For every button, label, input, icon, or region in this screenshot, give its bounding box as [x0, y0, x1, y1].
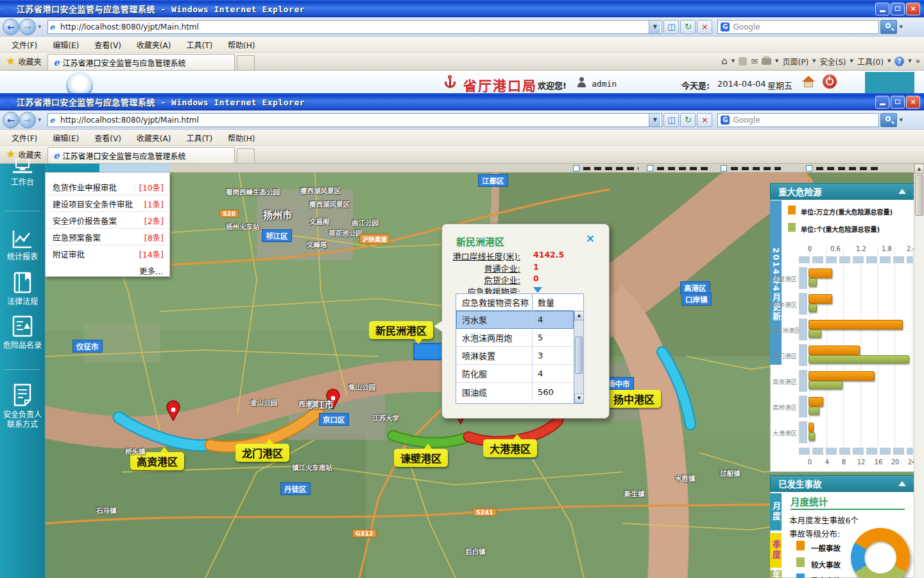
sidebar-item-dangerous-goods[interactable]: 危险品名录	[0, 315, 45, 351]
new-tab-stub[interactable]	[237, 148, 255, 163]
menu-help[interactable]: 帮助(H)	[220, 130, 262, 145]
collapse-icon[interactable]	[898, 189, 906, 194]
search-dropdown-icon[interactable]: ▼	[899, 118, 902, 123]
scroll-thumb[interactable]	[915, 175, 923, 216]
refresh-button[interactable]: ↻	[680, 20, 696, 34]
collapse-icon[interactable]	[898, 481, 906, 486]
menu-view[interactable]: 查看(V)	[87, 37, 129, 52]
table-row[interactable]: 污水泵4	[456, 311, 574, 329]
scroll-thumb[interactable]	[575, 337, 583, 374]
tab-yearly[interactable]: 年度	[770, 570, 782, 578]
stop-button[interactable]: ×	[697, 20, 712, 34]
refresh-button[interactable]: ↻	[680, 113, 696, 127]
hazard-bar-capacity[interactable]	[809, 397, 823, 407]
sidebar-item-safety-contacts[interactable]: 安全负责人 联系方式	[0, 383, 45, 430]
inner-titlebar[interactable]: e 江苏省港口安全监管与应急管理系统 - Windows Internet Ex…	[0, 93, 924, 110]
hazard-bar-capacity[interactable]	[809, 371, 875, 381]
hazard-panel-header[interactable]: 重大危险源	[770, 183, 914, 200]
maximize-button[interactable]	[891, 3, 905, 15]
table-row[interactable]: 水泡沫两用炮5	[456, 329, 574, 347]
hazard-bar-capacity[interactable]	[809, 346, 860, 355]
back-button[interactable]: ←	[3, 19, 19, 35]
minimize-button[interactable]	[875, 3, 889, 15]
mail-icon[interactable]: ✉	[751, 57, 758, 66]
hazard-bar-count[interactable]	[809, 355, 909, 363]
maximize-button[interactable]	[891, 96, 905, 109]
address-dropdown-icon[interactable]: ▼	[649, 114, 660, 127]
quickmenu-tab-inactive[interactable]	[99, 164, 170, 172]
home-icon[interactable]: ⌂	[721, 55, 728, 67]
home-shortcut-icon[interactable]	[802, 76, 815, 90]
hazard-bar-count[interactable]	[809, 432, 815, 441]
search-input[interactable]: G Google	[717, 20, 879, 34]
close-button[interactable]: ×	[906, 96, 920, 109]
sidebar-item-workbench[interactable]: 工作台	[0, 159, 45, 188]
table-scrollbar[interactable]: ▲ ▼	[574, 311, 583, 403]
back-button[interactable]: ←	[3, 112, 19, 128]
port-label-yangzhong[interactable]: 扬中港区	[607, 390, 661, 408]
quickmenu-item[interactable]: 附证审批[14条]	[46, 246, 169, 262]
port-area-xinminzhou[interactable]	[414, 344, 445, 360]
hazard-bar-count[interactable]	[809, 329, 821, 338]
menu-edit[interactable]: 编辑(E)	[45, 130, 87, 145]
quickmenu-item[interactable]: 安全评价报告备案[2条]	[46, 213, 169, 229]
browser-scrollbar[interactable]: ▲	[914, 164, 924, 578]
help-icon[interactable]: ?	[894, 57, 904, 66]
hazard-bar-count[interactable]	[809, 381, 843, 389]
safety-menu[interactable]: 安全(S)	[820, 56, 846, 67]
materials-dropdown-icon[interactable]	[533, 287, 542, 293]
new-tab-stub[interactable]	[237, 55, 255, 70]
tab-quarterly[interactable]: 季度	[770, 533, 782, 568]
table-row[interactable]: 围油缆560	[456, 383, 574, 401]
layer-checkbox[interactable]	[573, 165, 579, 171]
menu-tools[interactable]: 工具(T)	[178, 37, 220, 52]
quickmenu-item[interactable]: 建设项目安全条件审批[1条]	[46, 196, 169, 212]
forward-button[interactable]: →	[19, 19, 36, 35]
search-dropdown-icon[interactable]: ▼	[899, 24, 902, 30]
quickmenu-item[interactable]: 危货作业申报审批[10条]	[46, 179, 169, 195]
hazard-bar-count[interactable]	[809, 278, 817, 286]
nav-dropdown-icon[interactable]: ▼	[38, 24, 41, 30]
outer-titlebar[interactable]: e 江苏省港口安全监管与应急管理系统 - Windows Internet Ex…	[0, 0, 924, 17]
nav-dropdown-icon[interactable]: ▼	[38, 118, 41, 123]
quickmenu-tab-active[interactable]	[45, 164, 99, 172]
menu-view[interactable]: 查看(V)	[87, 130, 129, 145]
address-dropdown-icon[interactable]: ▼	[649, 21, 660, 33]
accident-panel-header[interactable]: 已发生事故	[770, 475, 914, 492]
sidebar-item-laws[interactable]: 法律法规	[0, 272, 45, 307]
port-label-xinminzhou[interactable]: 新民洲港区	[369, 321, 433, 339]
scroll-up-icon[interactable]: ▲	[914, 164, 924, 174]
quickmenu-item[interactable]: 应急预案备案[8条]	[46, 229, 169, 245]
forward-button[interactable]: →	[19, 112, 36, 128]
menu-favorites[interactable]: 收藏夹(A)	[129, 37, 179, 52]
hazard-bar-capacity[interactable]	[809, 320, 903, 329]
address-input[interactable]: e http://localhost:8080/yjpt/Main.html ▼	[47, 20, 662, 34]
scroll-down-icon[interactable]: ▼	[574, 394, 584, 403]
menu-favorites[interactable]: 收藏夹(A)	[129, 130, 179, 145]
layer-checkbox[interactable]	[647, 165, 653, 171]
table-row[interactable]: 喷淋装置3	[456, 347, 574, 365]
browser-tab[interactable]: e 江苏省港口安全监管与应急管理系统	[47, 147, 235, 163]
scroll-up-icon[interactable]: ▲	[574, 311, 584, 320]
close-button[interactable]: ×	[906, 3, 920, 15]
port-label-dagang[interactable]: 大港港区	[483, 439, 537, 457]
hazard-bar-capacity[interactable]	[809, 268, 832, 278]
browser-tab[interactable]: e 江苏省港口安全监管与应急管理系统	[47, 54, 235, 70]
minimize-button[interactable]	[875, 96, 889, 109]
popup-close-icon[interactable]: ×	[586, 232, 595, 245]
logout-power-icon[interactable]	[823, 74, 837, 89]
tab-monthly[interactable]: 月度	[770, 493, 782, 530]
menu-file[interactable]: 文件(F)	[4, 37, 45, 52]
port-label-longmen[interactable]: 龙门港区	[235, 444, 289, 462]
tools-menu[interactable]: 工具(0)	[857, 56, 884, 67]
search-button[interactable]	[880, 113, 897, 127]
page-menu[interactable]: 页面(P)	[783, 56, 809, 67]
stop-button[interactable]: ×	[697, 113, 712, 127]
menu-edit[interactable]: 编辑(E)	[45, 37, 87, 52]
print-icon[interactable]	[762, 58, 771, 65]
layer-checkbox[interactable]	[806, 165, 812, 171]
chevron-overflow-icon[interactable]: »	[916, 57, 920, 66]
compatibility-button[interactable]: ◫	[663, 113, 679, 127]
hazard-bar-capacity[interactable]	[809, 423, 814, 432]
layer-checkbox[interactable]	[721, 165, 727, 171]
